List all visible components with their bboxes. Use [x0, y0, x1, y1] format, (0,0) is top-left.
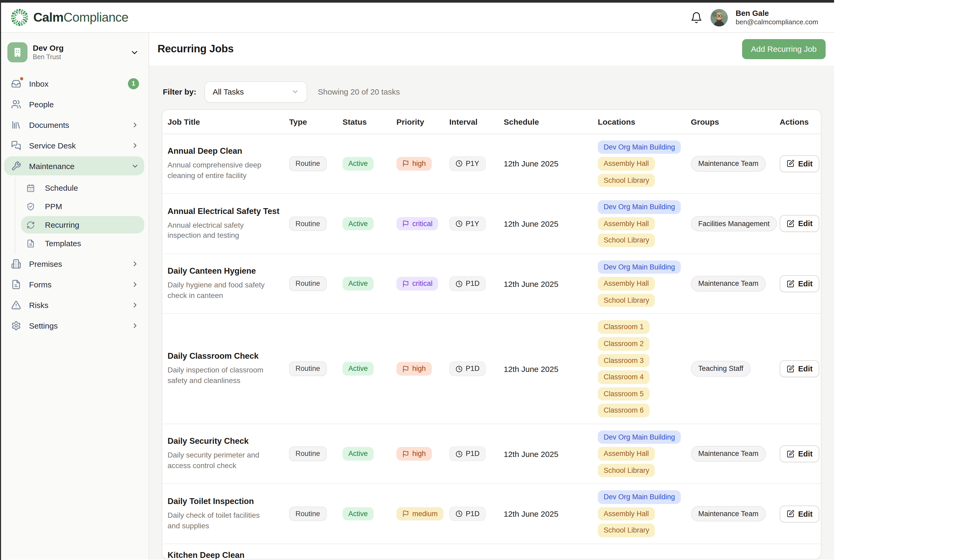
table-row-daily-canteen-hygiene: Daily Canteen HygieneDaily hygiene and f…	[162, 254, 821, 314]
sidebar-item-label: Settings	[29, 321, 124, 330]
edit-button[interactable]: Edit	[780, 275, 820, 292]
brand-name: CalmCompliance	[33, 10, 128, 25]
notifications-bell-icon[interactable]	[690, 11, 702, 24]
flag-icon	[402, 220, 409, 227]
column-header-schedule: Schedule	[504, 109, 598, 134]
actions-cell: Edit	[780, 445, 820, 462]
actions-cell: Edit	[780, 275, 820, 292]
location-tag: Classroom 6	[598, 404, 650, 417]
org-subtitle: Ben Trust	[33, 53, 125, 61]
app-window: CalmCompliance Ben Gale ben@calmcomplian…	[0, 0, 834, 560]
sidebar-item-recurring[interactable]: Recurring	[21, 216, 144, 233]
type-cell: Routine	[289, 156, 342, 171]
job-description: Daily inspection of classroom safety and…	[168, 365, 272, 386]
location-tag: Dev Org Main Building	[598, 261, 681, 274]
edit-button[interactable]: Edit	[780, 360, 820, 377]
location-tag: Classroom 5	[598, 387, 650, 401]
interval-badge: P1Y	[449, 216, 486, 231]
job-title: Annual Deep Clean	[168, 146, 289, 156]
sidebar-item-settings[interactable]: Settings	[4, 316, 144, 335]
chevron-right-icon	[131, 121, 139, 129]
sidebar-item-premises[interactable]: Premises	[4, 254, 144, 273]
sidebar-item-templates[interactable]: Templates	[21, 235, 144, 252]
brand-name-regular: Compliance	[63, 10, 128, 24]
location-tag: Classroom 2	[598, 337, 650, 351]
location-tag: School Library	[598, 294, 655, 307]
sidebar-item-risks[interactable]: Risks	[4, 295, 144, 314]
chevron-down-icon	[131, 162, 139, 170]
job-title-cell: Daily Toilet InspectionDaily check of to…	[168, 497, 289, 531]
recurring-icon	[26, 220, 36, 229]
column-header-groups: Groups	[691, 109, 780, 134]
schedule-date: 12th June 2025	[504, 219, 598, 228]
task-filter-select[interactable]: All Tasks	[205, 81, 307, 102]
location-tag: Classroom 1	[598, 320, 650, 334]
risks-icon	[11, 300, 22, 310]
main-area: Recurring Jobs Add Recurring Job Filter …	[149, 33, 834, 560]
sidebar-item-label: Maintenance	[29, 161, 124, 171]
status-cell: Active	[342, 217, 396, 230]
sidebar-item-ppm[interactable]: PPM	[21, 198, 144, 215]
groups-cell: Facilities Management	[691, 216, 780, 232]
group-tag: Maintenance Team	[691, 506, 766, 522]
type-badge: Routine	[289, 156, 326, 171]
type-cell: Routine	[289, 362, 342, 376]
priority-cell: critical	[396, 277, 449, 291]
edit-pencil-icon	[786, 450, 794, 458]
location-tag: Dev Org Main Building	[598, 200, 681, 214]
brand-logo: CalmCompliance	[11, 8, 128, 26]
documents-icon	[11, 120, 22, 130]
interval-cell: P1D	[449, 277, 504, 291]
sidebar-item-documents[interactable]: Documents	[4, 115, 144, 134]
job-description: Annual comprehensive deep cleaning of en…	[168, 160, 272, 181]
locations-cell: Dev Org Main BuildingAssembly HallSchool…	[598, 491, 691, 537]
service-desk-icon	[11, 140, 22, 150]
user-avatar[interactable]	[710, 9, 728, 26]
edit-button[interactable]: Edit	[780, 445, 820, 462]
status-badge: Active	[342, 507, 374, 521]
schedule-date: 12th June 2025	[504, 449, 598, 458]
sidebar-item-label: Premises	[29, 259, 124, 268]
job-title-cell: Daily Security CheckDaily security perim…	[168, 436, 289, 471]
org-switcher[interactable]: Dev Org Ben Trust	[4, 40, 144, 64]
priority-cell: critical	[396, 217, 449, 230]
sidebar-item-service-desk[interactable]: Service Desk	[4, 136, 144, 155]
filter-label: Filter by:	[163, 87, 196, 96]
sidebar-item-forms[interactable]: Forms	[4, 275, 144, 294]
sidebar-item-label: Inbox	[29, 79, 121, 88]
user-name: Ben Gale	[736, 8, 818, 18]
inbox-count-badge: 1	[128, 78, 139, 89]
status-cell: Active	[342, 507, 396, 521]
location-tag: Assembly Hall	[598, 217, 655, 230]
sidebar-item-maintenance[interactable]: Maintenance	[4, 156, 144, 175]
sidebar-item-schedule[interactable]: Schedule	[21, 179, 144, 196]
edit-pencil-icon	[786, 280, 794, 288]
schedule-icon	[26, 183, 36, 192]
table-header-row: Job TitleTypeStatusPriorityIntervalSched…	[162, 109, 821, 134]
location-tag: Assembly Hall	[598, 277, 655, 291]
sidebar-item-label: Documents	[29, 120, 124, 129]
filter-summary: Showing 20 of 20 tasks	[318, 87, 400, 96]
sidebar-item-people[interactable]: People	[4, 95, 144, 114]
edit-button[interactable]: Edit	[780, 215, 820, 232]
status-cell: Active	[342, 157, 396, 171]
clock-icon	[456, 510, 463, 517]
clock-icon	[456, 160, 463, 167]
edit-button[interactable]: Edit	[780, 505, 820, 522]
groups-cell: Maintenance Team	[691, 446, 780, 462]
chevron-right-icon	[131, 301, 139, 309]
edit-pencil-icon	[786, 220, 794, 228]
flag-icon	[402, 510, 409, 517]
user-info[interactable]: Ben Gale ben@calmcompliance.com	[736, 8, 818, 27]
edit-button[interactable]: Edit	[780, 155, 820, 172]
maintenance-icon	[11, 161, 22, 171]
actions-cell: Edit	[780, 360, 820, 377]
clock-icon	[456, 280, 463, 287]
add-recurring-job-button[interactable]: Add Recurring Job	[742, 39, 826, 59]
table-row-kitchen-deep-clean: Kitchen Deep CleanWeekly deep cleaning o…	[162, 544, 821, 560]
sidebar-item-inbox[interactable]: Inbox1	[4, 74, 144, 93]
groups-cell: Teaching Staff	[691, 361, 780, 377]
job-title-cell: Kitchen Deep CleanWeekly deep cleaning o…	[168, 550, 289, 560]
locations-cell: Classroom 1Classroom 2Classroom 3Classro…	[598, 320, 691, 417]
priority-badge: critical	[396, 277, 439, 291]
